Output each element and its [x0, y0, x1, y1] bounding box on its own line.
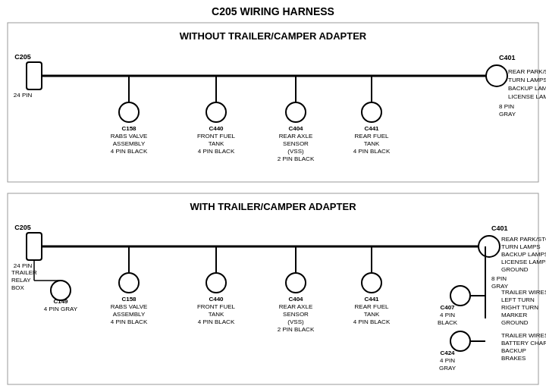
svg-text:TRAILER WIRES: TRAILER WIRES: [501, 289, 546, 296]
svg-point-16: [206, 102, 226, 122]
svg-text:(VSS): (VSS): [287, 148, 304, 155]
svg-text:LEFT TURN: LEFT TURN: [501, 296, 535, 303]
svg-text:4 PIN GRAY: 4 PIN GRAY: [44, 306, 78, 312]
svg-point-29: [362, 102, 381, 122]
svg-text:GROUND: GROUND: [501, 266, 529, 273]
svg-text:TURN LAMPS: TURN LAMPS: [508, 77, 546, 83]
svg-text:SENSOR: SENSOR: [283, 140, 309, 147]
svg-text:BATTERY CHARGE: BATTERY CHARGE: [501, 340, 546, 347]
svg-text:2 PIN BLACK: 2 PIN BLACK: [278, 155, 315, 162]
svg-text:LICENSE LAMPS: LICENSE LAMPS: [501, 259, 546, 265]
svg-point-65: [450, 331, 470, 351]
svg-text:C404: C404: [288, 125, 303, 132]
bottom-section-label: WITH TRAILER/CAMPER ADAPTER: [190, 201, 356, 212]
svg-point-55: [450, 286, 470, 306]
bottom-left-24pin-label: 24 PIN: [14, 262, 33, 269]
svg-text:4 PIN BLACK: 4 PIN BLACK: [353, 148, 391, 155]
svg-text:ASSEMBLY: ASSEMBLY: [113, 140, 146, 147]
svg-text:C424: C424: [440, 350, 455, 356]
svg-text:C441: C441: [364, 125, 379, 132]
svg-text:TANK: TANK: [209, 311, 224, 318]
svg-text:4 PIN: 4 PIN: [440, 312, 455, 318]
svg-text:TANK: TANK: [364, 311, 380, 318]
svg-text:GRAY: GRAY: [499, 111, 516, 118]
svg-point-45: [479, 236, 500, 257]
svg-point-3: [486, 65, 507, 86]
top-right-c401-label: C401: [499, 54, 516, 61]
svg-text:GROUND: GROUND: [501, 319, 529, 326]
svg-text:C407: C407: [440, 304, 455, 311]
svg-text:C404: C404: [288, 296, 303, 303]
top-left-24pin-label: 24 PIN: [14, 92, 33, 99]
svg-text:4 PIN BLACK: 4 PIN BLACK: [111, 318, 148, 325]
svg-text:MARKER: MARKER: [501, 312, 527, 318]
svg-text:BACKUP LAMPS: BACKUP LAMPS: [508, 85, 546, 92]
svg-text:BRAKES: BRAKES: [501, 355, 526, 362]
svg-text:BACKUP: BACKUP: [501, 347, 526, 354]
svg-point-93: [362, 273, 381, 293]
svg-text:4 PIN BLACK: 4 PIN BLACK: [111, 148, 148, 155]
svg-text:FRONT FUEL: FRONT FUEL: [197, 133, 236, 140]
svg-point-22: [286, 102, 306, 122]
svg-rect-2: [27, 62, 42, 89]
svg-text:LICENSE LAMPS: LICENSE LAMPS: [508, 93, 546, 100]
svg-point-80: [206, 273, 226, 293]
svg-point-10: [119, 102, 139, 122]
svg-text:RABS VALVE: RABS VALVE: [111, 303, 148, 310]
svg-text:RABS VALVE: RABS VALVE: [111, 133, 148, 140]
svg-text:8 PIN: 8 PIN: [499, 103, 514, 110]
diagram-area: C205 WIRING HARNESS WITHOUT TRAILER/CAMP…: [0, 0, 546, 392]
svg-point-86: [286, 273, 306, 293]
svg-text:TRAILER WIRES: TRAILER WIRES: [501, 332, 546, 339]
svg-text:C440: C440: [209, 125, 224, 132]
svg-text:C158: C158: [121, 296, 136, 303]
bottom-left-c205-label: C205: [14, 224, 31, 231]
svg-text:(VSS): (VSS): [287, 318, 304, 325]
svg-text:REAR PARK/STOP: REAR PARK/STOP: [501, 236, 546, 243]
svg-text:BLACK: BLACK: [438, 319, 458, 326]
svg-text:C149: C149: [53, 298, 68, 305]
page-title: C205 WIRING HARNESS: [212, 5, 334, 17]
svg-text:4 PIN BLACK: 4 PIN BLACK: [198, 318, 235, 325]
svg-text:8 PIN: 8 PIN: [491, 275, 507, 282]
svg-text:BOX: BOX: [11, 284, 25, 291]
svg-point-74: [119, 273, 139, 293]
svg-text:TANK: TANK: [209, 140, 224, 147]
svg-text:REAR AXLE: REAR AXLE: [279, 133, 312, 140]
svg-text:FRONT FUEL: FRONT FUEL: [197, 303, 236, 310]
svg-text:BACKUP LAMPS: BACKUP LAMPS: [501, 251, 546, 258]
svg-text:4 PIN BLACK: 4 PIN BLACK: [353, 318, 391, 325]
svg-text:RIGHT TURN: RIGHT TURN: [501, 304, 538, 311]
bottom-right-c401-label: C401: [491, 224, 508, 232]
svg-text:RELAY: RELAY: [11, 277, 31, 284]
top-section-label: WITHOUT TRAILER/CAMPER ADAPTER: [180, 30, 367, 42]
svg-text:SENSOR: SENSOR: [283, 311, 309, 318]
svg-text:TRAILER: TRAILER: [11, 269, 37, 276]
svg-rect-36: [27, 233, 42, 260]
top-right-8pin-label: REAR PARK/STOP: [508, 68, 546, 75]
svg-text:TANK: TANK: [364, 140, 380, 147]
svg-text:REAR FUEL: REAR FUEL: [355, 303, 389, 310]
svg-text:GRAY: GRAY: [439, 365, 457, 372]
svg-text:4 PIN BLACK: 4 PIN BLACK: [198, 148, 235, 155]
svg-text:4 PIN: 4 PIN: [440, 357, 455, 364]
svg-text:REAR AXLE: REAR AXLE: [279, 303, 312, 310]
svg-rect-0: [8, 23, 538, 182]
svg-text:TURN LAMPS: TURN LAMPS: [501, 243, 541, 250]
svg-text:C158: C158: [121, 125, 136, 132]
top-left-c205-label: C205: [14, 53, 31, 61]
svg-text:C441: C441: [364, 296, 379, 303]
svg-text:C440: C440: [209, 296, 224, 303]
svg-text:REAR FUEL: REAR FUEL: [355, 133, 389, 140]
svg-text:ASSEMBLY: ASSEMBLY: [113, 311, 146, 318]
svg-text:2 PIN BLACK: 2 PIN BLACK: [278, 326, 315, 333]
